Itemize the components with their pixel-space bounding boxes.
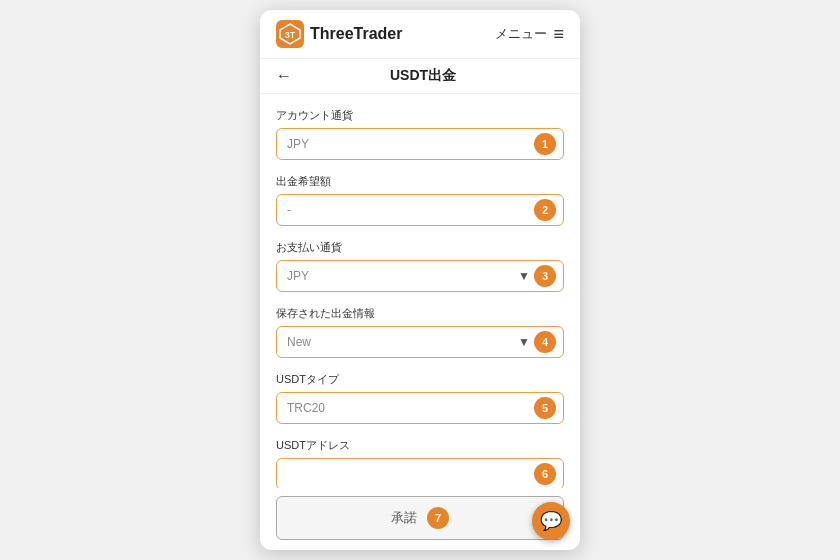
back-button[interactable]: ← — [276, 67, 292, 85]
step-badge-7: 7 — [427, 507, 449, 529]
payment-currency-select[interactable]: JPY — [276, 260, 564, 292]
usdt-address-wrapper: 6 — [276, 458, 564, 488]
svg-text:3T: 3T — [285, 30, 296, 40]
withdrawal-amount-wrapper: 2 — [276, 194, 564, 226]
page-title: USDT出金 — [302, 67, 544, 85]
account-currency-wrapper: 1 — [276, 128, 564, 160]
chat-icon: 💬 — [540, 510, 562, 532]
menu-label: メニュー — [495, 25, 547, 43]
payment-currency-group: お支払い通貨 JPY ▼ 3 — [276, 240, 564, 292]
chat-fab-button[interactable]: 💬 — [532, 502, 570, 540]
sub-header: ← USDT出金 — [260, 59, 580, 94]
submit-label: 承諾 — [391, 509, 417, 527]
account-currency-label: アカウント通貨 — [276, 108, 564, 123]
withdrawal-amount-group: 出金希望額 2 — [276, 174, 564, 226]
usdt-address-group: USDTアドレス 6 — [276, 438, 564, 488]
saved-info-label: 保存された出金情報 — [276, 306, 564, 321]
menu-area[interactable]: メニュー ≡ — [495, 24, 564, 45]
app-header: 3T ThreeTrader メニュー ≡ — [260, 10, 580, 59]
logo-area: 3T ThreeTrader — [276, 20, 402, 48]
form-content: アカウント通貨 1 出金希望額 2 お支払い通貨 JPY ▼ 3 — [260, 94, 580, 488]
usdt-type-wrapper: 5 — [276, 392, 564, 424]
hamburger-icon: ≡ — [553, 24, 564, 45]
saved-info-select[interactable]: New — [276, 326, 564, 358]
saved-info-group: 保存された出金情報 New ▼ 4 — [276, 306, 564, 358]
payment-currency-label: お支払い通貨 — [276, 240, 564, 255]
withdrawal-amount-input[interactable] — [276, 194, 564, 226]
payment-currency-wrapper: JPY ▼ 3 — [276, 260, 564, 292]
saved-info-wrapper: New ▼ 4 — [276, 326, 564, 358]
usdt-address-label: USDTアドレス — [276, 438, 564, 453]
withdrawal-amount-label: 出金希望額 — [276, 174, 564, 189]
account-currency-input[interactable] — [276, 128, 564, 160]
logo-text: ThreeTrader — [310, 25, 402, 43]
submit-button[interactable]: 承諾 7 — [276, 496, 564, 540]
account-currency-group: アカウント通貨 1 — [276, 108, 564, 160]
usdt-type-group: USDTタイプ 5 — [276, 372, 564, 424]
usdt-type-label: USDTタイプ — [276, 372, 564, 387]
usdt-type-input[interactable] — [276, 392, 564, 424]
usdt-address-input[interactable] — [276, 458, 564, 488]
logo-icon: 3T — [276, 20, 304, 48]
